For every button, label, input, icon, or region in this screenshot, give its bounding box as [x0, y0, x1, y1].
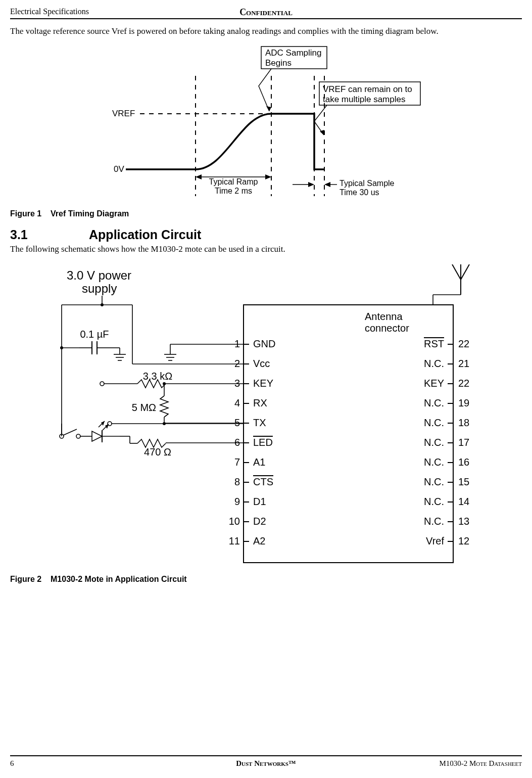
power-supply-line2: supply: [82, 282, 117, 295]
adc-label-line1: ADC Sampling: [265, 48, 322, 58]
section-title: Application Circuit: [89, 227, 201, 242]
pin-number-right: 16: [458, 456, 469, 468]
node-cap-left: [60, 346, 63, 349]
pin-number-left: 4: [234, 397, 239, 408]
pin-number-right: 18: [458, 417, 469, 428]
page-footer: 6 Dust Networks™ M1030-2 Mote Datasheet: [10, 755, 522, 768]
figure-1-caption: Figure 1 Vref Timing Diagram: [10, 209, 522, 218]
led-icon: [80, 421, 120, 442]
pin-name-left: RX: [253, 397, 267, 408]
pin-name-left: A1: [253, 456, 265, 468]
pin-number-left: 6: [234, 437, 239, 448]
svg-marker-24: [101, 421, 105, 426]
ramp-arrow-left-icon: [196, 174, 202, 179]
figure-1-caption-text: Vref Timing Diagram: [51, 209, 129, 218]
pin-number-left: 5: [234, 417, 239, 428]
adc-label-line2: Begins: [265, 58, 292, 68]
antenna-icon: [433, 264, 469, 305]
header-section-title: Electrical Specifications: [10, 7, 89, 16]
figure-2-caption-text: M1030-2 Mote in Application Circuit: [51, 575, 187, 583]
pin-name-left: KEY: [253, 378, 273, 389]
intro-paragraph: The voltage reference source Vref is pow…: [10, 26, 522, 36]
ground-icon-gnd: [164, 344, 176, 360]
pin-number-left: 3: [234, 378, 239, 389]
footer-company: Dust Networks™: [236, 759, 296, 768]
ground-icon-cap: [114, 348, 126, 360]
sample-arrow-out-icon: [324, 182, 330, 187]
pin-name-right: N.C.: [424, 417, 444, 428]
pin-number-right: 21: [458, 358, 469, 369]
svg-line-19: [63, 429, 77, 435]
pin-name-left: LED: [253, 437, 273, 448]
pin-name-left: CTS: [253, 476, 273, 487]
section-heading: 3.1 Application Circuit: [10, 227, 522, 242]
key-open-terminal: [100, 382, 104, 386]
pin-name-right: N.C.: [424, 496, 444, 507]
figure-1-container: ADC Sampling Begins VREF can remain on t…: [10, 45, 522, 204]
svg-line-1: [452, 264, 461, 280]
pin-number-left: 9: [234, 496, 239, 507]
pin-number-left: 11: [228, 535, 239, 546]
page-header: Electrical Specifications Confidential: [10, 0, 522, 19]
power-supply-line1: 3.0 V power: [67, 268, 131, 282]
node-r2-bot: [163, 422, 166, 425]
svg-marker-26: [105, 424, 109, 429]
pin-number-right: 12: [458, 535, 469, 546]
pin-number-left: 8: [234, 476, 239, 487]
figure-2-caption: Figure 2 M1030-2 Mote in Application Cir…: [10, 575, 522, 584]
pin-name-right: RST: [424, 338, 444, 349]
capacitor-icon: [79, 341, 110, 354]
pin-number-right: 14: [458, 496, 469, 507]
pin-number-right: 15: [458, 476, 469, 487]
pin-name-right: N.C.: [424, 476, 444, 487]
pin-name-right: Vref: [426, 535, 444, 546]
figure-1-caption-prefix: Figure 1: [10, 209, 41, 218]
vref-remain-line1: VREF can remain on to: [323, 84, 412, 94]
pin-name-right: N.C.: [424, 516, 444, 527]
section-number: 3.1: [10, 227, 86, 242]
pin-number-right: 17: [458, 437, 469, 448]
pin-name-left: GND: [253, 338, 275, 349]
antenna-label-line2: connector: [365, 323, 409, 334]
pin-number-left: 10: [228, 516, 239, 527]
ramp-arrow-right-icon: [265, 174, 271, 179]
svg-line-2: [461, 264, 469, 280]
pin-name-left: D2: [253, 516, 266, 527]
vref-remain-leader: [314, 105, 327, 135]
figure-2-caption-prefix: Figure 2: [10, 575, 41, 583]
footer-doc-title: M1030-2 Mote Datasheet: [439, 759, 522, 768]
sample-arrow-in-icon: [308, 182, 314, 187]
svg-point-18: [76, 434, 80, 438]
pin-name-left: Vcc: [253, 358, 270, 369]
pin-number-right: 19: [458, 397, 469, 408]
pin-name-right: KEY: [423, 378, 444, 389]
pin-name-right: N.C.: [424, 358, 444, 369]
sample-label-line2: Time 30 us: [340, 188, 379, 197]
timing-diagram: ADC Sampling Begins VREF can remain on t…: [110, 45, 423, 202]
antenna-label-line1: Antenna: [365, 311, 403, 322]
r3-value: 470 Ω: [144, 446, 171, 457]
header-confidential: Confidential: [239, 7, 293, 18]
pin-number-right: 22: [458, 338, 469, 349]
node-r2-top: [163, 382, 166, 385]
footer-page-number: 6: [10, 759, 14, 768]
pin-number-left: 2: [234, 358, 239, 369]
vref-remain-line2: take multiple samples: [323, 95, 405, 104]
section-body: The following schematic shows how the M1…: [10, 244, 522, 254]
pin-name-right: N.C.: [424, 456, 444, 468]
switch-icon: [60, 429, 80, 438]
pin-number-left: 7: [234, 456, 239, 468]
svg-marker-21: [92, 431, 102, 441]
adc-leader: [259, 69, 271, 111]
pin-name-left: TX: [253, 417, 266, 428]
pin-number-right: 22: [458, 378, 469, 389]
sample-label-line1: Typical Sample: [340, 179, 395, 188]
resistor-5M-icon: [160, 396, 168, 417]
waveform: [126, 114, 324, 169]
ramp-label-line2: Time 2 ms: [214, 187, 252, 195]
pin-name-right: N.C.: [424, 397, 444, 408]
zero-v-label: 0V: [114, 164, 124, 174]
schematic-diagram: 3.0 V power supply Antenna connector 1GN…: [44, 264, 489, 568]
pin-number-right: 13: [458, 516, 469, 527]
pin-number-left: 1: [234, 338, 239, 349]
